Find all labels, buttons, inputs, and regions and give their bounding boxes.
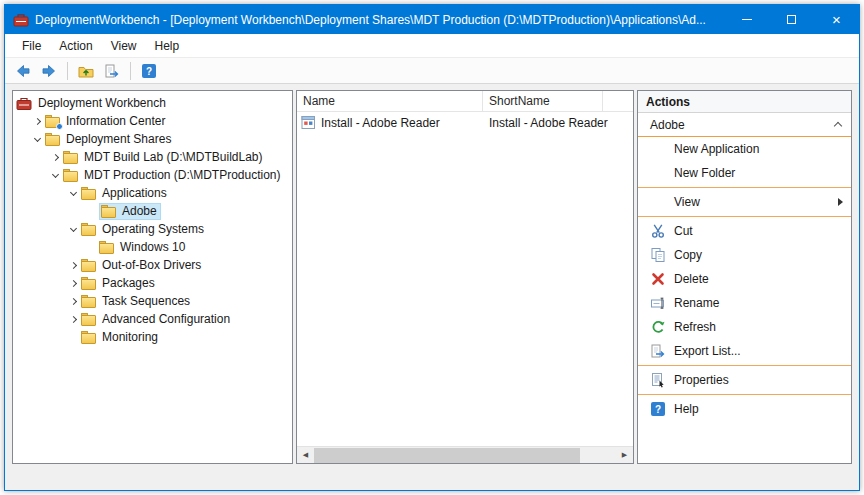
tree-item-adobe[interactable]: Adobe (13, 202, 292, 220)
tree-item-deployment-shares[interactable]: Deployment Shares (13, 130, 292, 148)
chevron-down-icon[interactable] (47, 174, 63, 177)
selected-tree-item[interactable]: Adobe (99, 203, 161, 220)
chevron-right-icon[interactable] (65, 299, 81, 304)
action-label: Rename (674, 296, 719, 310)
tree-item-windows-10[interactable]: Windows 10 (13, 238, 292, 256)
console-tree-pane: Deployment Workbench Information Center … (12, 90, 293, 464)
rename-icon (650, 295, 666, 311)
minimize-button[interactable] (724, 5, 769, 34)
chevron-right-icon[interactable] (65, 281, 81, 286)
actions-divider (638, 216, 851, 217)
action-rename[interactable]: Rename (638, 291, 851, 315)
folder-up-icon (78, 63, 94, 79)
blank-icon (650, 194, 666, 210)
action-label: Properties (674, 373, 729, 387)
actions-divider (638, 394, 851, 395)
action-label: Cut (674, 224, 693, 238)
folder-icon (81, 295, 97, 308)
tree-item-label: Packages (102, 276, 155, 290)
forward-arrow-icon (41, 63, 57, 79)
action-delete[interactable]: Delete (638, 267, 851, 291)
actions-group-adobe[interactable]: Adobe (638, 113, 851, 137)
refresh-icon (650, 319, 666, 335)
action-label: View (674, 195, 700, 209)
tree-item-label: Deployment Shares (66, 132, 171, 146)
maximize-icon (787, 15, 796, 24)
list-cell-name-text: Install - Adobe Reader (321, 116, 440, 130)
maximize-button[interactable] (769, 5, 814, 34)
tree-item-label: MDT Production (D:\MDTProduction) (84, 168, 281, 182)
collapse-chevron-icon[interactable] (834, 122, 842, 130)
scroll-left-arrow-icon[interactable]: ◀ (297, 447, 314, 464)
folder-icon (81, 259, 97, 272)
actions-group-label: Adobe (650, 118, 835, 132)
list-cell-shortname: Install - Adobe Reader (483, 116, 608, 130)
tree-item-label: Operating Systems (102, 222, 204, 236)
action-new-folder[interactable]: New Folder (638, 161, 851, 185)
action-export-list[interactable]: Export List... (638, 339, 851, 363)
folder-icon (101, 205, 117, 218)
menu-help[interactable]: Help (146, 34, 189, 57)
tree-item-applications[interactable]: Applications (13, 184, 292, 202)
folder-icon (81, 277, 97, 290)
column-header-shortname[interactable]: ShortName (483, 91, 603, 111)
tree-item-information-center[interactable]: Information Center (13, 112, 292, 130)
tree-item-mdt-build-lab[interactable]: MDT Build Lab (D:\MDTBuildLab) (13, 148, 292, 166)
folder-icon (81, 331, 97, 344)
tree-item-packages[interactable]: Packages (13, 274, 292, 292)
action-label: Help (674, 402, 699, 416)
menu-view[interactable]: View (102, 34, 146, 57)
action-refresh[interactable]: Refresh (638, 315, 851, 339)
action-cut[interactable]: Cut (638, 219, 851, 243)
close-button[interactable]: × (814, 5, 859, 34)
window-title: DeploymentWorkbench - [Deployment Workbe… (35, 13, 724, 27)
titlebar[interactable]: DeploymentWorkbench - [Deployment Workbe… (5, 5, 859, 34)
menu-action[interactable]: Action (50, 34, 101, 57)
chevron-down-icon[interactable] (65, 192, 81, 195)
scroll-right-arrow-icon[interactable]: ▶ (616, 447, 633, 464)
action-new-application[interactable]: New Application (638, 137, 851, 161)
list-row-install-adobe-reader[interactable]: Install - Adobe Reader Install - Adobe R… (297, 113, 633, 132)
tree-item-label: Adobe (122, 204, 157, 218)
menu-file[interactable]: File (13, 34, 50, 57)
actions-divider (638, 187, 851, 188)
toolbar: ? (5, 57, 859, 84)
chevron-right-icon[interactable] (65, 263, 81, 268)
tree-item-out-of-box-drivers[interactable]: Out-of-Box Drivers (13, 256, 292, 274)
properties-icon (650, 372, 666, 388)
toolbar-separator (67, 62, 68, 80)
chevron-right-icon[interactable] (47, 155, 63, 160)
chevron-down-icon[interactable] (29, 138, 45, 141)
action-help[interactable]: ? Help (638, 397, 851, 421)
tree-item-label: Information Center (66, 114, 165, 128)
tree-item-label: Windows 10 (120, 240, 185, 254)
action-view[interactable]: View (638, 190, 851, 214)
toolbar-separator (130, 62, 131, 80)
scrollbar-thumb[interactable] (314, 448, 580, 463)
tree-item-operating-systems[interactable]: Operating Systems (13, 220, 292, 238)
folder-icon (45, 133, 61, 146)
export-list-button[interactable] (100, 60, 124, 82)
chevron-right-icon[interactable] (65, 317, 81, 322)
help-button[interactable]: ? (137, 60, 161, 82)
tree-item-deployment-workbench[interactable]: Deployment Workbench (13, 94, 292, 112)
main-area: Deployment Workbench Information Center … (5, 84, 859, 490)
copy-icon (650, 247, 666, 263)
tree-item-monitoring[interactable]: Monitoring (13, 328, 292, 346)
up-one-level-button[interactable] (74, 60, 98, 82)
tree-item-advanced-configuration[interactable]: Advanced Configuration (13, 310, 292, 328)
folder-icon (63, 151, 79, 164)
chevron-down-icon[interactable] (65, 228, 81, 231)
action-properties[interactable]: Properties (638, 368, 851, 392)
deployment-workbench-window: DeploymentWorkbench - [Deployment Workbe… (4, 4, 860, 491)
horizontal-scrollbar[interactable]: ◀ ▶ (297, 446, 633, 463)
back-button[interactable] (11, 60, 35, 82)
tree-item-mdt-production[interactable]: MDT Production (D:\MDTProduction) (13, 166, 292, 184)
tree-item-task-sequences[interactable]: Task Sequences (13, 292, 292, 310)
forward-button[interactable] (37, 60, 61, 82)
svg-text:?: ? (655, 404, 661, 415)
export-list-icon (104, 63, 120, 79)
column-header-name[interactable]: Name (297, 91, 483, 111)
chevron-right-icon[interactable] (29, 119, 45, 124)
action-copy[interactable]: Copy (638, 243, 851, 267)
